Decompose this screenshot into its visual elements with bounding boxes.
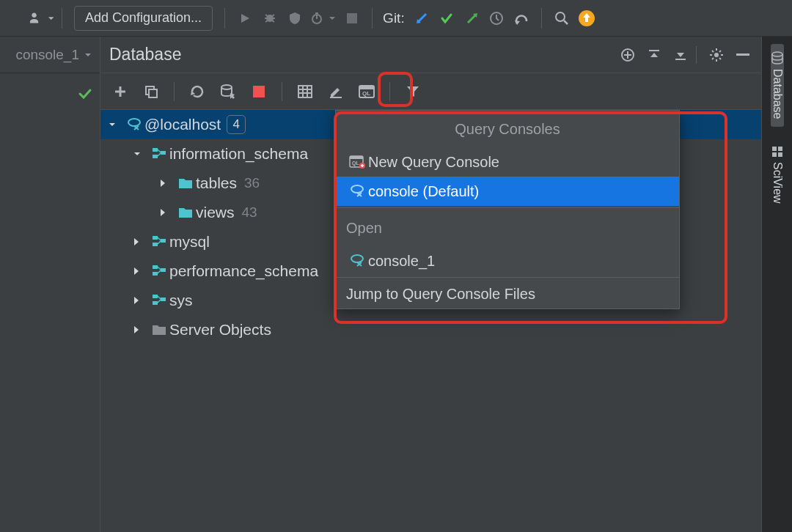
editor-gutter <box>0 73 100 532</box>
svg-rect-62 <box>161 298 166 301</box>
git-history-button[interactable] <box>484 6 509 31</box>
popup-item-new-console[interactable]: QL New Query Console <box>336 147 679 177</box>
user-dropdown-button[interactable] <box>29 6 54 31</box>
search-everywhere-button[interactable] <box>549 6 574 31</box>
tree-node-label: Server Objects <box>169 316 271 344</box>
debug-button[interactable] <box>257 6 282 31</box>
schema-icon <box>149 265 169 278</box>
database-tree[interactable]: @localhost 4 information_schema <box>100 110 761 532</box>
svg-line-59 <box>158 270 161 273</box>
editor-tab[interactable]: console_1 <box>0 37 100 73</box>
hide-panel-button[interactable] <box>732 44 754 66</box>
new-button[interactable] <box>108 79 133 104</box>
filter-button[interactable] <box>400 79 425 104</box>
main-toolbar: Add Configuration... Git: <box>0 0 792 37</box>
editor-gutter-strip: console_1 <box>0 37 100 532</box>
svg-line-53 <box>158 237 161 240</box>
svg-line-13 <box>564 21 568 24</box>
svg-rect-46 <box>153 155 158 158</box>
expand-icon[interactable] <box>159 179 175 188</box>
coverage-button[interactable] <box>282 6 307 31</box>
new-console-icon: QL <box>346 155 368 169</box>
tree-node-label: mysql <box>169 228 210 256</box>
database-panel-toolbar: QL <box>100 73 761 110</box>
schema-icon <box>149 147 169 160</box>
svg-rect-52 <box>161 239 166 243</box>
svg-rect-61 <box>153 301 158 305</box>
svg-line-5 <box>265 21 268 22</box>
run-button[interactable] <box>232 6 257 31</box>
database-panel-header: Database <box>100 37 761 73</box>
toolbar-separator <box>282 82 282 101</box>
toolbar-separator <box>62 8 62 29</box>
sciview-icon <box>771 146 783 158</box>
console-icon <box>346 183 368 199</box>
svg-rect-45 <box>153 148 158 152</box>
expand-icon[interactable] <box>133 149 149 158</box>
git-commit-button[interactable] <box>434 6 459 31</box>
tree-node-label: tables <box>196 169 237 197</box>
tree-node-server-objects[interactable]: Server Objects <box>100 315 761 344</box>
git-push-button[interactable] <box>459 6 484 31</box>
add-datasource-button[interactable] <box>617 44 639 66</box>
refresh-button[interactable] <box>185 79 210 104</box>
git-update-button[interactable] <box>409 6 434 31</box>
svg-line-48 <box>158 149 161 152</box>
query-consoles-popup: Query Consoles QL New Query Console cons… <box>335 110 680 309</box>
popup-item-default-console[interactable]: console (Default) <box>336 177 679 206</box>
svg-line-26 <box>719 58 721 59</box>
datasource-icon <box>124 117 144 133</box>
toolbar-separator <box>389 82 390 101</box>
svg-line-58 <box>158 267 161 270</box>
side-tab-sciview[interactable]: SciView <box>771 138 784 211</box>
expand-icon[interactable] <box>133 267 149 276</box>
folder-icon <box>175 207 196 218</box>
svg-rect-50 <box>153 236 158 240</box>
profile-button[interactable] <box>307 6 340 31</box>
svg-point-12 <box>556 12 565 21</box>
popup-item-console[interactable]: console_1 <box>336 246 679 276</box>
toolbar-separator <box>224 8 225 29</box>
svg-rect-55 <box>153 265 158 269</box>
expand-all-button[interactable] <box>670 44 692 66</box>
duplicate-button[interactable] <box>139 79 164 104</box>
database-panel-title: Database <box>109 45 181 64</box>
query-console-button[interactable]: QL <box>354 79 379 104</box>
git-rollback-button[interactable] <box>509 6 534 31</box>
expand-icon[interactable] <box>133 325 149 334</box>
expand-icon[interactable] <box>133 296 149 305</box>
popup-header: Query Consoles <box>336 111 679 147</box>
run-configuration-button[interactable]: Add Configuration... <box>74 6 213 31</box>
toolbar-separator <box>372 8 373 29</box>
tree-node-label: views <box>196 199 235 226</box>
svg-rect-72 <box>772 147 777 151</box>
svg-rect-73 <box>778 147 782 151</box>
expand-icon[interactable] <box>159 208 175 217</box>
popup-item-label: Jump to Query Console Files <box>346 280 535 308</box>
svg-rect-10 <box>347 13 357 23</box>
checkmark-icon <box>78 86 92 101</box>
editor-tab-label: console_1 <box>15 47 79 63</box>
settings-button[interactable] <box>705 44 727 66</box>
toolbar-separator <box>174 82 175 101</box>
deactivate-button[interactable] <box>246 79 271 104</box>
popup-separator <box>336 207 679 208</box>
stop-button[interactable] <box>340 6 364 31</box>
popup-item-jump-to-files[interactable]: Jump to Query Console Files <box>336 279 679 309</box>
expand-icon[interactable] <box>133 237 149 246</box>
collapse-all-button[interactable] <box>643 44 665 66</box>
table-view-button[interactable] <box>293 79 318 104</box>
database-tool-window: Database <box>100 37 761 532</box>
expand-icon[interactable] <box>108 120 124 129</box>
svg-point-20 <box>714 53 719 57</box>
svg-rect-75 <box>778 152 782 157</box>
side-tab-label: Database <box>771 69 784 119</box>
side-tab-database[interactable]: Database <box>771 44 784 127</box>
popup-separator <box>336 277 679 278</box>
edit-button[interactable] <box>323 79 348 104</box>
svg-rect-60 <box>153 295 158 298</box>
svg-line-25 <box>712 51 714 52</box>
ide-update-button[interactable] <box>574 6 599 31</box>
tree-node-count: 36 <box>244 169 260 197</box>
datasource-properties-button[interactable] <box>216 79 241 104</box>
